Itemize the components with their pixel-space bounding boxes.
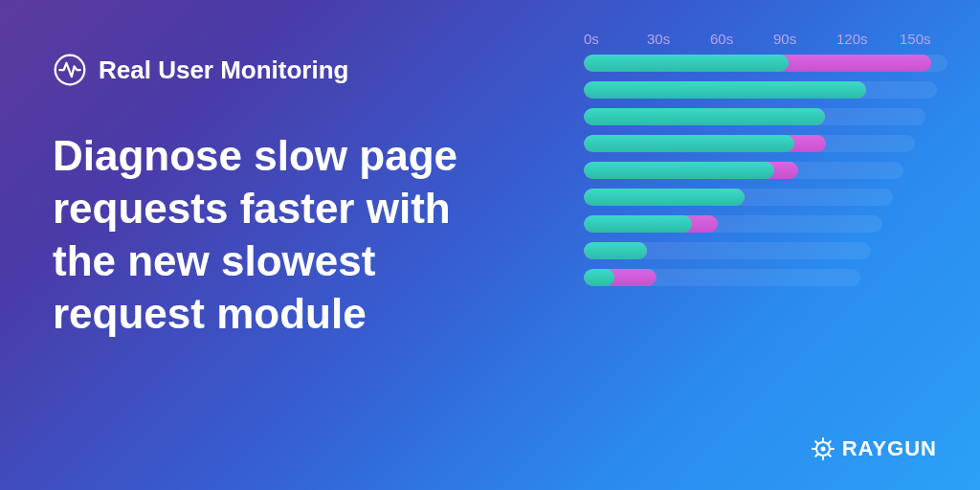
svg-point-2 (820, 447, 825, 452)
header-title: Real User Monitoring (99, 56, 348, 85)
bar-primary (584, 108, 825, 125)
brand-logo: RAYGUN (812, 436, 937, 461)
chart-row (584, 162, 903, 179)
headline: Diagnose slow page requests faster with … (53, 129, 512, 340)
chart-tick: 30s (647, 31, 695, 47)
bar-primary (584, 242, 647, 259)
chart-row (584, 189, 893, 206)
header: Real User Monitoring (53, 53, 348, 87)
chart-row (584, 269, 860, 286)
bar-primary (584, 55, 789, 72)
raygun-icon (812, 437, 835, 460)
chart-tick: 150s (900, 31, 947, 47)
chart-row (584, 55, 947, 72)
bar-primary (584, 135, 794, 152)
chart-row (584, 135, 915, 152)
chart-tick: 60s (710, 31, 758, 47)
brand-name: RAYGUN (842, 436, 937, 461)
chart-tick: 90s (773, 31, 821, 47)
chart-ticks: 0s 30s 60s 90s 120s 150s (584, 31, 947, 55)
chart-row (584, 242, 871, 259)
chart-tick: 120s (836, 31, 884, 47)
bar-primary (584, 81, 866, 99)
chart-rows (584, 55, 947, 286)
bar-primary (584, 269, 614, 286)
chart-tick: 0s (584, 31, 632, 47)
bar-primary (584, 162, 774, 179)
request-bar-chart: 0s 30s 60s 90s 120s 150s (584, 31, 947, 286)
bar-primary (584, 189, 745, 206)
bar-primary (584, 215, 692, 233)
chart-row (584, 108, 925, 125)
pulse-icon (53, 53, 87, 87)
chart-row (584, 81, 937, 99)
chart-row (584, 215, 882, 233)
